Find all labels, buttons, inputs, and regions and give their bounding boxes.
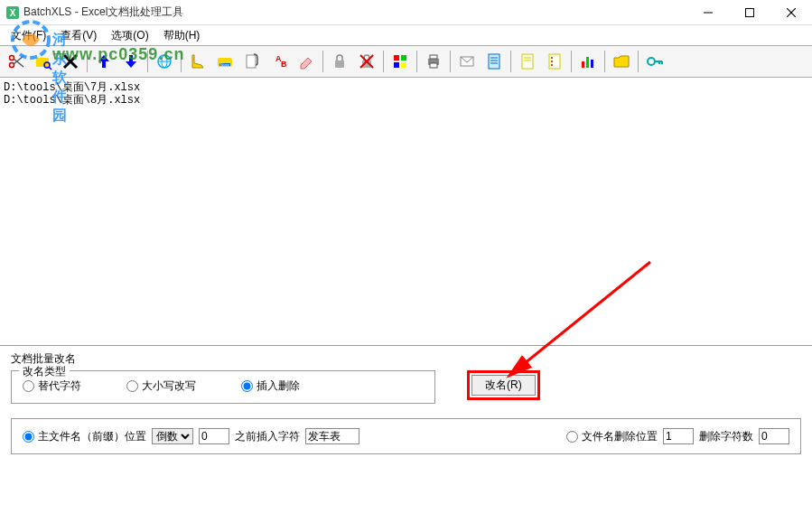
rename-button[interactable]: 改名(R) <box>471 375 536 396</box>
radio-replace[interactable]: 替代字符 <box>23 378 81 394</box>
minimize-button[interactable] <box>687 0 729 25</box>
app-icon: X <box>5 5 20 20</box>
panel-title: 文档批量改名 <box>11 351 801 367</box>
svg-text:X: X <box>10 8 16 18</box>
options-group: 主文件名（前缀）位置 倒数 之前插入字符 文件名删除位置 删除字符数 <box>11 418 801 454</box>
delete-count-label: 删除字符数 <box>699 429 753 444</box>
arrow-up-icon[interactable] <box>91 49 117 74</box>
svg-rect-22 <box>247 55 256 68</box>
svg-point-45 <box>551 57 553 59</box>
radio-case-label: 大小写改写 <box>142 378 196 394</box>
svg-point-51 <box>648 58 655 65</box>
close-button[interactable] <box>770 0 812 25</box>
menu-view[interactable]: 查看(V) <box>53 26 104 45</box>
radio-delete-pos[interactable]: 文件名删除位置 <box>566 429 658 444</box>
radio-main-prefix[interactable]: 主文件名（前缀）位置 <box>23 429 146 444</box>
menubar: 文件(F) 查看(V) 选项(O) 帮助(H) <box>0 25 812 45</box>
file-item[interactable]: D:\tools\桌面\7月.xlsx <box>4 81 808 94</box>
insert-text-input[interactable] <box>305 428 359 444</box>
file-item[interactable]: D:\tools\桌面\8月.xlsx <box>4 94 808 107</box>
folder-yellow-icon[interactable] <box>609 49 634 74</box>
svg-rect-37 <box>489 54 499 69</box>
name-tag-icon[interactable]: Name <box>212 49 238 74</box>
sheet-list-icon[interactable] <box>542 49 567 74</box>
svg-rect-3 <box>746 9 754 17</box>
lock-cross-icon[interactable] <box>354 49 379 74</box>
radio-replace-label: 替代字符 <box>38 378 81 394</box>
svg-rect-41 <box>522 54 533 69</box>
bars-chart-icon[interactable] <box>575 49 601 74</box>
window-title: BatchXLS - Excel文档批处理工具 <box>23 5 687 20</box>
menu-help[interactable]: 帮助(H) <box>156 26 208 45</box>
toolbar: Name AB <box>0 45 812 78</box>
delete-pos-label: 文件名删除位置 <box>582 429 658 444</box>
svg-text:B: B <box>281 60 287 69</box>
delete-pos-input[interactable] <box>663 428 694 444</box>
svg-rect-49 <box>586 57 589 68</box>
delete-x-icon[interactable] <box>58 49 83 74</box>
svg-rect-30 <box>401 55 406 61</box>
svg-rect-25 <box>335 61 344 68</box>
document-lines-icon[interactable] <box>481 49 507 74</box>
insert-before-label: 之前插入字符 <box>235 429 300 444</box>
svg-rect-50 <box>591 60 593 68</box>
reverse-select[interactable]: 倒数 <box>152 428 193 444</box>
svg-point-47 <box>551 64 553 66</box>
maximize-button[interactable] <box>729 0 770 25</box>
file-list[interactable]: D:\tools\桌面\7月.xlsx D:\tools\桌面\8月.xlsx <box>0 78 812 345</box>
radio-insert-label: 插入删除 <box>257 378 300 394</box>
folder-search-icon[interactable] <box>31 49 56 74</box>
arrow-down-icon[interactable] <box>118 49 144 74</box>
ab-text-icon[interactable]: AB <box>266 49 292 74</box>
menu-file[interactable]: 文件(F) <box>4 26 53 45</box>
eraser-icon[interactable] <box>294 49 319 74</box>
svg-line-13 <box>49 67 51 70</box>
svg-rect-48 <box>582 61 584 68</box>
svg-rect-34 <box>430 55 437 59</box>
rename-button-highlight: 改名(R) <box>467 370 540 400</box>
main-prefix-label: 主文件名（前缀）位置 <box>38 429 146 444</box>
radio-case[interactable]: 大小写改写 <box>126 378 196 394</box>
window-controls <box>687 0 812 24</box>
svg-rect-44 <box>549 54 560 69</box>
rename-panel: 文档批量改名 改名类型 替代字符 大小写改写 插入删除 主文件名（前缀）位置 <box>0 345 812 460</box>
svg-rect-29 <box>394 55 399 61</box>
sheet-yellow-icon[interactable] <box>515 49 540 74</box>
group-label: 改名类型 <box>19 364 70 379</box>
mail-icon[interactable] <box>454 49 480 74</box>
key-icon[interactable] <box>642 49 667 74</box>
svg-rect-31 <box>394 62 399 68</box>
rename-type-group: 改名类型 替代字符 大小写改写 插入删除 <box>11 370 435 404</box>
svg-point-46 <box>551 61 553 62</box>
globe-icon[interactable] <box>152 49 177 74</box>
attachment-icon[interactable] <box>239 49 265 74</box>
svg-rect-35 <box>430 63 437 68</box>
printer-icon[interactable] <box>421 49 446 74</box>
lock-icon[interactable] <box>327 49 352 74</box>
palette-icon[interactable] <box>387 49 413 74</box>
radio-insert-delete[interactable]: 插入删除 <box>241 378 300 394</box>
titlebar: X BatchXLS - Excel文档批处理工具 <box>0 0 812 25</box>
menu-options[interactable]: 选项(O) <box>104 26 155 45</box>
scissors-icon[interactable] <box>4 49 29 74</box>
boot-icon[interactable] <box>185 49 210 74</box>
svg-rect-32 <box>401 62 406 68</box>
svg-text:Name: Name <box>220 62 230 67</box>
position-input[interactable] <box>199 428 229 444</box>
delete-count-input[interactable] <box>759 428 789 444</box>
